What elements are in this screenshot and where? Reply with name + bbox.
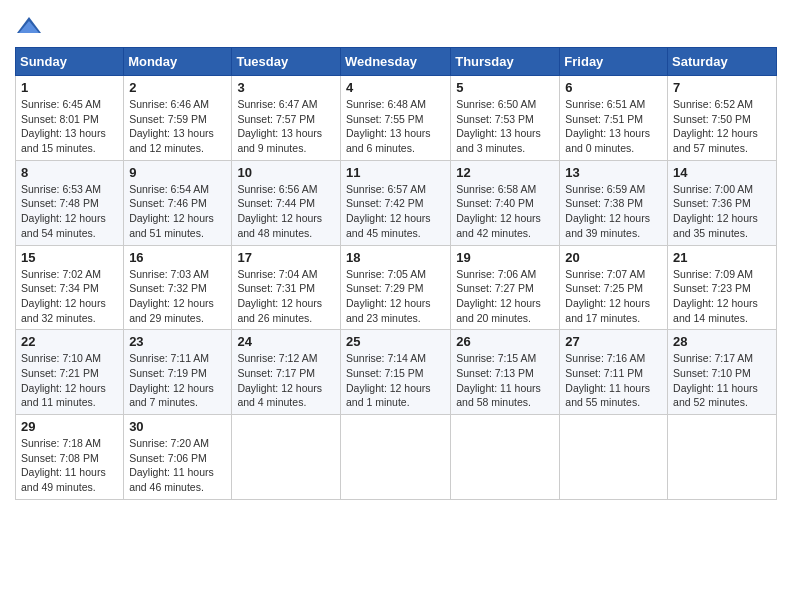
header-tuesday: Tuesday xyxy=(232,48,341,76)
calendar-cell: 6Sunrise: 6:51 AM Sunset: 7:51 PM Daylig… xyxy=(560,76,668,161)
day-number: 23 xyxy=(129,334,226,349)
day-number: 19 xyxy=(456,250,554,265)
calendar-cell: 24Sunrise: 7:12 AM Sunset: 7:17 PM Dayli… xyxy=(232,330,341,415)
calendar-cell: 7Sunrise: 6:52 AM Sunset: 7:50 PM Daylig… xyxy=(668,76,777,161)
calendar-cell: 14Sunrise: 7:00 AM Sunset: 7:36 PM Dayli… xyxy=(668,160,777,245)
calendar-cell: 13Sunrise: 6:59 AM Sunset: 7:38 PM Dayli… xyxy=(560,160,668,245)
day-number: 10 xyxy=(237,165,335,180)
calendar-cell: 16Sunrise: 7:03 AM Sunset: 7:32 PM Dayli… xyxy=(124,245,232,330)
week-row-5: 29Sunrise: 7:18 AM Sunset: 7:08 PM Dayli… xyxy=(16,415,777,500)
logo xyxy=(15,15,47,37)
calendar-cell: 18Sunrise: 7:05 AM Sunset: 7:29 PM Dayli… xyxy=(340,245,450,330)
calendar-cell xyxy=(340,415,450,500)
day-number: 30 xyxy=(129,419,226,434)
day-info: Sunrise: 7:00 AM Sunset: 7:36 PM Dayligh… xyxy=(673,182,771,241)
calendar-cell: 27Sunrise: 7:16 AM Sunset: 7:11 PM Dayli… xyxy=(560,330,668,415)
day-info: Sunrise: 7:15 AM Sunset: 7:13 PM Dayligh… xyxy=(456,351,554,410)
day-info: Sunrise: 6:48 AM Sunset: 7:55 PM Dayligh… xyxy=(346,97,445,156)
day-info: Sunrise: 7:20 AM Sunset: 7:06 PM Dayligh… xyxy=(129,436,226,495)
header-monday: Monday xyxy=(124,48,232,76)
day-number: 25 xyxy=(346,334,445,349)
day-number: 8 xyxy=(21,165,118,180)
calendar-header: SundayMondayTuesdayWednesdayThursdayFrid… xyxy=(16,48,777,76)
calendar-cell xyxy=(451,415,560,500)
calendar-cell: 1Sunrise: 6:45 AM Sunset: 8:01 PM Daylig… xyxy=(16,76,124,161)
day-number: 11 xyxy=(346,165,445,180)
day-number: 29 xyxy=(21,419,118,434)
calendar-table: SundayMondayTuesdayWednesdayThursdayFrid… xyxy=(15,47,777,500)
day-number: 27 xyxy=(565,334,662,349)
day-info: Sunrise: 7:05 AM Sunset: 7:29 PM Dayligh… xyxy=(346,267,445,326)
day-number: 1 xyxy=(21,80,118,95)
calendar-cell: 3Sunrise: 6:47 AM Sunset: 7:57 PM Daylig… xyxy=(232,76,341,161)
week-row-2: 8Sunrise: 6:53 AM Sunset: 7:48 PM Daylig… xyxy=(16,160,777,245)
day-number: 24 xyxy=(237,334,335,349)
calendar-cell xyxy=(560,415,668,500)
day-info: Sunrise: 6:57 AM Sunset: 7:42 PM Dayligh… xyxy=(346,182,445,241)
day-number: 17 xyxy=(237,250,335,265)
header xyxy=(15,15,777,37)
header-sunday: Sunday xyxy=(16,48,124,76)
day-info: Sunrise: 6:50 AM Sunset: 7:53 PM Dayligh… xyxy=(456,97,554,156)
day-info: Sunrise: 7:17 AM Sunset: 7:10 PM Dayligh… xyxy=(673,351,771,410)
calendar-cell: 5Sunrise: 6:50 AM Sunset: 7:53 PM Daylig… xyxy=(451,76,560,161)
day-info: Sunrise: 7:12 AM Sunset: 7:17 PM Dayligh… xyxy=(237,351,335,410)
day-number: 13 xyxy=(565,165,662,180)
calendar-cell: 10Sunrise: 6:56 AM Sunset: 7:44 PM Dayli… xyxy=(232,160,341,245)
day-info: Sunrise: 7:06 AM Sunset: 7:27 PM Dayligh… xyxy=(456,267,554,326)
calendar-cell: 12Sunrise: 6:58 AM Sunset: 7:40 PM Dayli… xyxy=(451,160,560,245)
day-info: Sunrise: 7:14 AM Sunset: 7:15 PM Dayligh… xyxy=(346,351,445,410)
week-row-3: 15Sunrise: 7:02 AM Sunset: 7:34 PM Dayli… xyxy=(16,245,777,330)
day-info: Sunrise: 7:10 AM Sunset: 7:21 PM Dayligh… xyxy=(21,351,118,410)
day-number: 6 xyxy=(565,80,662,95)
day-number: 28 xyxy=(673,334,771,349)
header-wednesday: Wednesday xyxy=(340,48,450,76)
day-number: 14 xyxy=(673,165,771,180)
day-number: 3 xyxy=(237,80,335,95)
day-info: Sunrise: 7:18 AM Sunset: 7:08 PM Dayligh… xyxy=(21,436,118,495)
day-info: Sunrise: 7:11 AM Sunset: 7:19 PM Dayligh… xyxy=(129,351,226,410)
day-info: Sunrise: 6:52 AM Sunset: 7:50 PM Dayligh… xyxy=(673,97,771,156)
day-info: Sunrise: 6:45 AM Sunset: 8:01 PM Dayligh… xyxy=(21,97,118,156)
day-number: 16 xyxy=(129,250,226,265)
day-number: 9 xyxy=(129,165,226,180)
day-number: 5 xyxy=(456,80,554,95)
calendar-cell: 30Sunrise: 7:20 AM Sunset: 7:06 PM Dayli… xyxy=(124,415,232,500)
calendar-cell: 23Sunrise: 7:11 AM Sunset: 7:19 PM Dayli… xyxy=(124,330,232,415)
day-info: Sunrise: 6:58 AM Sunset: 7:40 PM Dayligh… xyxy=(456,182,554,241)
calendar-cell: 17Sunrise: 7:04 AM Sunset: 7:31 PM Dayli… xyxy=(232,245,341,330)
header-friday: Friday xyxy=(560,48,668,76)
day-number: 26 xyxy=(456,334,554,349)
calendar-cell xyxy=(232,415,341,500)
calendar-cell: 22Sunrise: 7:10 AM Sunset: 7:21 PM Dayli… xyxy=(16,330,124,415)
day-number: 12 xyxy=(456,165,554,180)
calendar-cell: 2Sunrise: 6:46 AM Sunset: 7:59 PM Daylig… xyxy=(124,76,232,161)
week-row-4: 22Sunrise: 7:10 AM Sunset: 7:21 PM Dayli… xyxy=(16,330,777,415)
calendar-body: 1Sunrise: 6:45 AM Sunset: 8:01 PM Daylig… xyxy=(16,76,777,500)
day-info: Sunrise: 6:53 AM Sunset: 7:48 PM Dayligh… xyxy=(21,182,118,241)
day-info: Sunrise: 7:02 AM Sunset: 7:34 PM Dayligh… xyxy=(21,267,118,326)
calendar-cell xyxy=(668,415,777,500)
day-info: Sunrise: 7:09 AM Sunset: 7:23 PM Dayligh… xyxy=(673,267,771,326)
calendar-cell: 9Sunrise: 6:54 AM Sunset: 7:46 PM Daylig… xyxy=(124,160,232,245)
day-info: Sunrise: 6:47 AM Sunset: 7:57 PM Dayligh… xyxy=(237,97,335,156)
logo-icon xyxy=(15,15,43,37)
calendar-cell: 15Sunrise: 7:02 AM Sunset: 7:34 PM Dayli… xyxy=(16,245,124,330)
day-info: Sunrise: 7:16 AM Sunset: 7:11 PM Dayligh… xyxy=(565,351,662,410)
day-number: 22 xyxy=(21,334,118,349)
day-info: Sunrise: 7:03 AM Sunset: 7:32 PM Dayligh… xyxy=(129,267,226,326)
day-number: 20 xyxy=(565,250,662,265)
day-info: Sunrise: 6:56 AM Sunset: 7:44 PM Dayligh… xyxy=(237,182,335,241)
calendar-cell: 29Sunrise: 7:18 AM Sunset: 7:08 PM Dayli… xyxy=(16,415,124,500)
calendar-cell: 11Sunrise: 6:57 AM Sunset: 7:42 PM Dayli… xyxy=(340,160,450,245)
day-number: 7 xyxy=(673,80,771,95)
day-info: Sunrise: 6:46 AM Sunset: 7:59 PM Dayligh… xyxy=(129,97,226,156)
calendar-cell: 28Sunrise: 7:17 AM Sunset: 7:10 PM Dayli… xyxy=(668,330,777,415)
day-number: 15 xyxy=(21,250,118,265)
day-info: Sunrise: 6:51 AM Sunset: 7:51 PM Dayligh… xyxy=(565,97,662,156)
calendar-cell: 19Sunrise: 7:06 AM Sunset: 7:27 PM Dayli… xyxy=(451,245,560,330)
day-info: Sunrise: 7:07 AM Sunset: 7:25 PM Dayligh… xyxy=(565,267,662,326)
calendar-cell: 21Sunrise: 7:09 AM Sunset: 7:23 PM Dayli… xyxy=(668,245,777,330)
day-info: Sunrise: 7:04 AM Sunset: 7:31 PM Dayligh… xyxy=(237,267,335,326)
calendar-cell: 26Sunrise: 7:15 AM Sunset: 7:13 PM Dayli… xyxy=(451,330,560,415)
